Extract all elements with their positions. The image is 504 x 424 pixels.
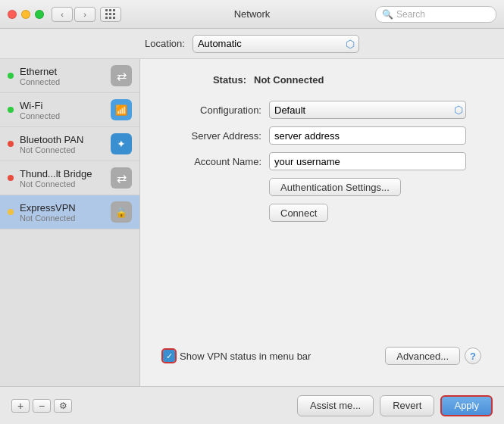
connect-btn-row: Connect [269, 204, 481, 222]
advanced-button[interactable]: Advanced... [385, 347, 460, 365]
bottom-bar: + − ⚙ Assist me... Revert Apply [0, 386, 504, 424]
location-select[interactable]: Automatic [193, 35, 359, 53]
vpn-bar: ✓ Show VPN status in menu bar Advanced..… [163, 341, 481, 371]
spacer [163, 229, 481, 341]
bluetooth-icon: ✦ [111, 133, 132, 154]
connect-button[interactable]: Connect [269, 204, 328, 222]
close-button[interactable] [8, 10, 17, 19]
thunderbolt-status-dot [8, 175, 14, 181]
add-network-button[interactable]: + [11, 399, 30, 413]
settings-gear-button[interactable]: ⚙ [54, 399, 72, 413]
server-input[interactable] [269, 126, 466, 145]
thunderbolt-icon: ⇄ [111, 167, 132, 189]
grid-icon [105, 9, 116, 20]
bottom-right-controls: Assist me... Revert Apply [297, 395, 493, 416]
revert-button[interactable]: Revert [380, 395, 434, 416]
location-select-wrapper[interactable]: Automatic ⬡ [193, 35, 359, 53]
account-input[interactable] [269, 152, 466, 170]
account-row: Account Name: [163, 152, 481, 170]
search-icon: 🔍 [382, 9, 393, 20]
location-bar: Location: Automatic ⬡ [0, 29, 504, 59]
status-value: Not Connected [254, 74, 324, 86]
status-label: Status: [163, 74, 246, 86]
configuration-row: Configuration: Default ⬡ [163, 101, 481, 119]
ethernet-icon: ⇄ [111, 65, 132, 86]
wifi-status: Connected [20, 111, 108, 120]
wifi-name: Wi-Fi [20, 100, 108, 111]
server-label: Server Address: [163, 130, 261, 142]
assist-button[interactable]: Assist me... [297, 395, 374, 416]
configuration-select[interactable]: Default [269, 101, 466, 119]
ethernet-name: Ethernet [20, 66, 108, 77]
thunderbolt-name: Thund...lt Bridge [20, 168, 108, 179]
location-label: Location: [145, 38, 185, 49]
vpn-checkbox-label: Show VPN status in menu bar [180, 351, 311, 362]
vpn-checkbox[interactable]: ✓ [163, 350, 175, 362]
minimize-button[interactable] [21, 10, 30, 19]
forward-button[interactable]: › [74, 7, 95, 22]
sidebar-item-thunderbolt[interactable]: Thund...lt Bridge Not Connected ⇄ [0, 161, 139, 195]
server-row: Server Address: [163, 126, 481, 145]
sidebar-item-ethernet[interactable]: Ethernet Connected ⇄ [0, 59, 139, 93]
wifi-icon: 📶 [111, 99, 132, 120]
search-bar[interactable]: 🔍 Search [375, 6, 496, 23]
sidebar-item-bluetooth[interactable]: Bluetooth PAN Not Connected ✦ [0, 127, 139, 161]
auth-settings-button[interactable]: Authentication Settings... [269, 178, 401, 196]
configuration-select-wrapper[interactable]: Default ⬡ [269, 101, 466, 119]
bottom-left-controls: + − ⚙ [11, 399, 72, 413]
sidebar-item-expressvpn[interactable]: ExpressVPN Not Connected 🔒 [0, 195, 139, 229]
ethernet-status-dot [8, 73, 14, 79]
vpn-checkbox-wrapper: ✓ Show VPN status in menu bar [163, 350, 385, 362]
sidebar-item-wifi[interactable]: Wi-Fi Connected 📶 [0, 93, 139, 127]
expressvpn-status-dot [8, 209, 14, 215]
maximize-button[interactable] [35, 10, 44, 19]
main-content: Ethernet Connected ⇄ Wi-Fi Connected 📶 B… [0, 59, 504, 386]
search-placeholder: Search [396, 9, 425, 20]
ethernet-status: Connected [20, 77, 108, 86]
window-title: Network [234, 8, 271, 20]
wifi-status-dot [8, 107, 14, 113]
expressvpn-icon: 🔒 [111, 201, 132, 223]
sidebar: Ethernet Connected ⇄ Wi-Fi Connected 📶 B… [0, 59, 140, 386]
apply-button[interactable]: Apply [440, 395, 493, 416]
bluetooth-status-dot [8, 141, 14, 147]
thunderbolt-status: Not Connected [20, 179, 108, 189]
grid-button[interactable] [100, 7, 121, 22]
expressvpn-name: ExpressVPN [20, 202, 108, 214]
bluetooth-status: Not Connected [20, 145, 108, 154]
expressvpn-status: Not Connected [20, 214, 108, 223]
detail-pane: Status: Not Connected Configuration: Def… [140, 59, 504, 386]
nav-buttons: ‹ › [52, 7, 95, 22]
auth-btn-row: Authentication Settings... [269, 178, 481, 196]
bluetooth-name: Bluetooth PAN [20, 134, 108, 145]
status-row: Status: Not Connected [163, 74, 481, 86]
back-button[interactable]: ‹ [52, 7, 73, 22]
traffic-lights [8, 10, 44, 19]
remove-network-button[interactable]: − [33, 399, 51, 413]
account-label: Account Name: [163, 156, 261, 167]
help-button[interactable]: ? [465, 348, 481, 364]
configuration-label: Configuration: [163, 104, 261, 116]
title-bar: ‹ › Network 🔍 Search [0, 0, 504, 29]
